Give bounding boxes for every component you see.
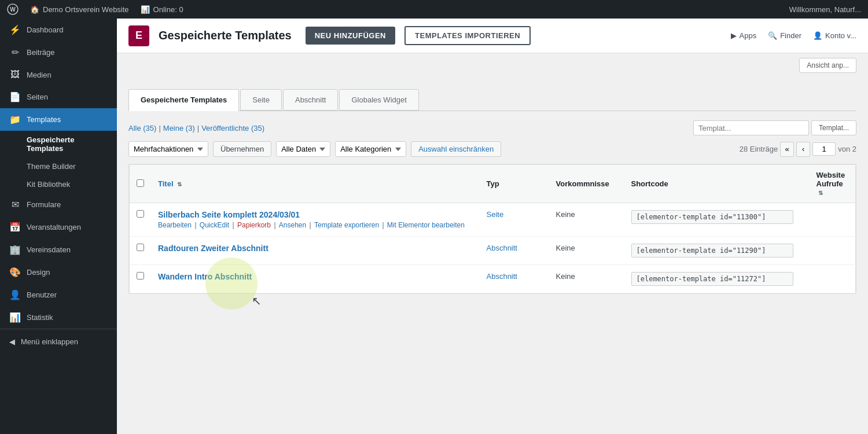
td-website-1 [810, 203, 856, 237]
sidebar-item-formulare[interactable]: ✉ Formulare [0, 193, 117, 216]
building-icon: 🏢 [9, 244, 21, 255]
template-search-input[interactable] [693, 120, 809, 135]
media-icon: 🖼 [9, 69, 21, 80]
page-first-button[interactable]: « [780, 142, 794, 157]
add-new-button[interactable]: NEU HINZUFÜGEN [306, 27, 395, 45]
templates-icon: 📁 [9, 114, 21, 125]
template-title-link-2[interactable]: Radtouren Zweiter Abschnitt [158, 244, 269, 253]
template-title-link-1[interactable]: Silberbach Seite komplett 2024/03/01 [158, 210, 300, 219]
tab-seite[interactable]: Seite [240, 89, 282, 111]
finder-button[interactable]: 🔍 Finder [768, 31, 801, 40]
td-shortcode-1 [624, 203, 810, 237]
welcome-message: Willkommen, Naturf... [789, 5, 861, 14]
action-export-1[interactable]: Template exportieren [314, 221, 379, 229]
th-title[interactable]: Titel ⇅ [151, 165, 480, 203]
table-row: Silberbach Seite komplett 2024/03/01 Bea… [130, 203, 856, 237]
td-type-2: Abschnitt [480, 237, 549, 265]
filter-alle[interactable]: Alle (35) [128, 124, 156, 133]
online-count[interactable]: 📊 Online: 0 [141, 5, 183, 14]
sidebar-subitem-gespeicherte-templates[interactable]: Gespeicherte Templates [0, 131, 117, 157]
mehrfachaktionen-select[interactable]: Mehrfachaktionen [128, 141, 208, 157]
td-website-2 [810, 237, 856, 265]
templates-table-wrapper: Titel ⇅ Typ Vorkommnisse Shortcode [128, 164, 856, 294]
mail-icon: ✉ [9, 199, 21, 210]
td-checkbox-3 [130, 265, 152, 293]
tab-gespeicherte-templates[interactable]: Gespeicherte Templates [128, 89, 239, 111]
type-link-1[interactable]: Seite [487, 210, 504, 219]
sidebar-item-seiten[interactable]: 📄 Seiten [0, 86, 117, 108]
td-vorkomm-2: Keine [549, 237, 624, 265]
main-content: E Gespeicherte Templates NEU HINZUFÜGEN … [117, 19, 868, 434]
apps-icon: ▶ [731, 31, 737, 40]
td-title-3: Wandern Intro Abschnitt [151, 265, 480, 293]
sidebar-item-design[interactable]: 🎨 Design [0, 261, 117, 284]
action-bearbeiten-1[interactable]: Bearbeiten [158, 221, 192, 229]
th-vorkommnisse: Vorkommnisse [549, 165, 624, 203]
apps-button[interactable]: ▶ Apps [731, 31, 757, 40]
sidebar-item-benutzer[interactable]: 👤 Benutzer [0, 284, 117, 306]
type-link-2[interactable]: Abschnitt [487, 244, 517, 252]
sidebar-item-beitrage[interactable]: ✏ Beiträge [0, 41, 117, 64]
sidebar-subitem-theme-builder[interactable]: Theme Builder [0, 157, 117, 175]
calendar-icon: 📅 [9, 222, 21, 233]
sidebar-item-templates[interactable]: 📁 Templates [0, 108, 117, 131]
td-title-2: Radtouren Zweiter Abschnitt [151, 237, 480, 265]
type-link-3[interactable]: Abschnitt [487, 272, 517, 281]
import-templates-button[interactable]: TEMPLATES IMPORTIEREN [404, 26, 531, 45]
menu-collapse-btn[interactable]: ◀ Menü einklappen [0, 332, 117, 352]
dashboard-icon: ⚡ [9, 24, 21, 35]
filter-meine[interactable]: Meine (3) [163, 124, 195, 133]
account-button[interactable]: 👤 Konto v... [813, 31, 856, 40]
td-title-1: Silberbach Seite komplett 2024/03/01 Bea… [151, 203, 480, 237]
sidebar-item-medien[interactable]: 🖼 Medien [0, 64, 117, 86]
table-row: Radtouren Zweiter Abschnitt Abschnitt Ke… [130, 237, 856, 265]
templates-table: Titel ⇅ Typ Vorkommnisse Shortcode [129, 164, 856, 293]
site-name[interactable]: 🏠 Demo Ortsverein Website [30, 5, 129, 14]
edit-icon: ✏ [9, 47, 21, 58]
page-prev-button[interactable]: ‹ [796, 142, 810, 157]
page-title: Gespeicherte Templates [159, 29, 292, 42]
sidebar-item-statistik[interactable]: 📊 Statistik [0, 306, 117, 329]
row-checkbox-1[interactable] [137, 210, 144, 218]
sidebar-item-veranstaltungen[interactable]: 📅 Veranstaltungen [0, 216, 117, 238]
shortcode-input-2[interactable] [631, 244, 793, 258]
collapse-icon: ◀ [9, 337, 15, 346]
elementor-logo: E [128, 25, 149, 46]
template-search-button[interactable]: Templat... [811, 120, 856, 135]
page-number-input[interactable] [812, 142, 836, 156]
td-vorkomm-1: Keine [549, 203, 624, 237]
filter-links: Alle (35) | Meine (3) | Veröffentlichte … [128, 124, 693, 133]
th-website: WebsiteAufrufe ⇅ [810, 165, 856, 203]
action-ansehen-1[interactable]: Ansehen [279, 221, 306, 229]
alle-daten-select[interactable]: Alle Daten [276, 141, 330, 157]
user-icon: 👤 [9, 289, 21, 300]
td-type-3: Abschnitt [480, 265, 549, 293]
wp-logo[interactable]: W [7, 3, 19, 15]
sidebar-subitem-kit-bibliothek[interactable]: Kit Bibliothek [0, 175, 117, 193]
select-all-checkbox[interactable] [137, 179, 144, 187]
design-icon: 🎨 [9, 267, 21, 278]
tab-abschnitt[interactable]: Abschnitt [283, 89, 338, 111]
action-elementor-1[interactable]: Mit Elementor bearbeiten [387, 221, 465, 229]
td-vorkomm-3: Keine [549, 265, 624, 293]
th-checkbox [130, 165, 152, 203]
sidebar-item-dashboard[interactable]: ⚡ Dashboard [0, 19, 117, 41]
shortcode-input-1[interactable] [631, 210, 793, 224]
sidebar-item-vereinsdaten[interactable]: 🏢 Vereinsdaten [0, 238, 117, 261]
alle-kategorien-select[interactable]: Alle Kategorien [335, 141, 406, 157]
tab-globales-widget[interactable]: Globales Widget [339, 89, 418, 111]
ubernehmen-button[interactable]: Übernehmen [213, 141, 271, 157]
filter-veroeffentlichte[interactable]: Veröffentlichte (35) [201, 124, 264, 133]
ansicht-button[interactable]: Ansicht anp... [799, 58, 856, 73]
shortcode-input-3[interactable] [631, 272, 793, 286]
template-title-link-3[interactable]: Wandern Intro Abschnitt [158, 272, 252, 281]
action-papierkorb-1[interactable]: Papierkorb [237, 221, 271, 229]
td-shortcode-2 [624, 237, 810, 265]
table-header-row: Titel ⇅ Typ Vorkommnisse Shortcode [130, 165, 856, 203]
row-checkbox-3[interactable] [137, 272, 144, 279]
row-checkbox-2[interactable] [137, 244, 144, 251]
pagination: 28 Einträge « ‹ von 2 [740, 142, 856, 157]
action-quickedit-1[interactable]: QuickEdit [200, 221, 229, 229]
auswahl-einschranken-button[interactable]: Auswahl einschränken [411, 141, 501, 157]
admin-bar: W 🏠 Demo Ortsverein Website 📊 Online: 0 … [0, 0, 868, 19]
